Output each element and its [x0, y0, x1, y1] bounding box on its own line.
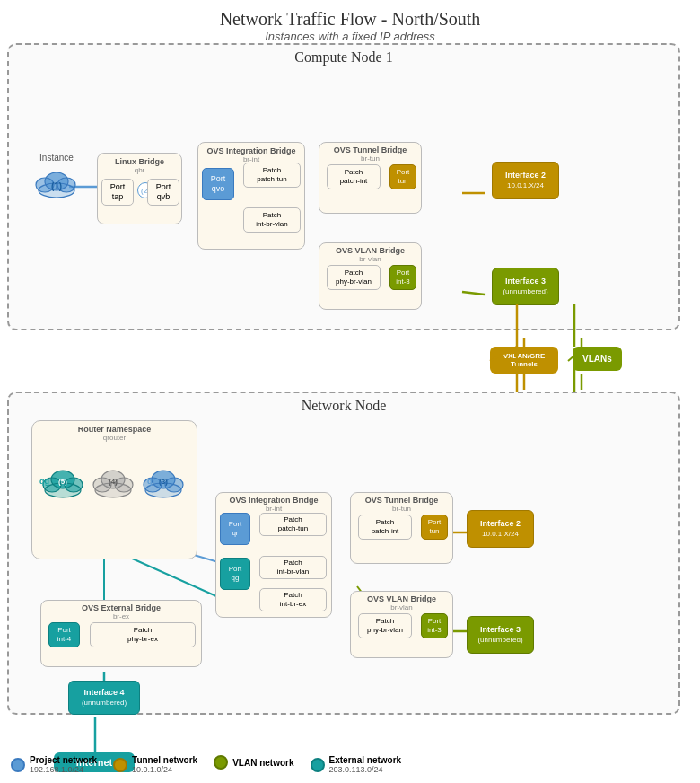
legend-external-label: External network	[329, 755, 402, 765]
patch-tun-nn: Patch patch-tun	[259, 513, 327, 536]
ovs-vlan-label-nn: OVS VLAN Bridge	[351, 592, 452, 603]
port-int4: Portint-4	[48, 622, 80, 647]
legend-tunnel-label: Tunnel network	[132, 755, 197, 765]
interface2-compute: Interface 2 10.0.1.X/24	[492, 162, 559, 199]
ovs-vlan-label: OVS VLAN Bridge	[319, 243, 421, 255]
legend-tunnel: Tunnel network 10.0.1.0/24	[113, 755, 197, 774]
tunnel-color-circle	[113, 758, 127, 772]
main-title: Network Traffic Flow - North/South	[0, 9, 700, 30]
patch-int-br-ex-nn: Patch int-br-ex	[259, 588, 327, 611]
legend-project-sub: 192.168.1.0/24	[30, 765, 97, 774]
ovs-tun-bridge-nn: OVS Tunnel Bridge br-tun Patch patch-int…	[350, 492, 453, 564]
legend: Project network 192.168.1.0/24 Tunnel ne…	[11, 755, 401, 774]
ovs-int-bridge-nn: OVS Integration Bridge br-int Portqr Pat…	[215, 492, 332, 618]
ovs-ext-label: OVS External Bridge	[41, 601, 201, 612]
legend-external: External network 203.0.113.0/24	[311, 755, 402, 774]
patch-int-compute: Patch patch-int	[327, 164, 381, 189]
interface4-nn: Interface 4 (unnumbered)	[68, 681, 140, 715]
ovs-int-sub-nn: br-int	[216, 505, 331, 513]
legend-project-label: Project network	[30, 755, 97, 765]
interface3-nn: Interface 3 (unnumbered)	[467, 616, 534, 654]
port-qg: Portqg	[220, 558, 250, 590]
compute-node-section: Compute Node 1 Instance	[7, 43, 680, 330]
port-qvb: Port qvb	[147, 179, 179, 206]
vxlan-box: VXLAN/GRE Tunnels	[490, 347, 558, 374]
port-qvo: Portqvo	[202, 168, 234, 200]
legend-tunnel-sub: 10.0.1.0/24	[132, 765, 197, 774]
vlan-color-circle	[214, 755, 228, 770]
instance-box: Instance (1)	[25, 153, 88, 201]
svg-text:(3): (3)	[159, 478, 168, 486]
interface2-nn: Interface 2 10.0.1.X/24	[467, 510, 534, 548]
subtitle: Instances with a fixed IP address	[0, 30, 700, 43]
router-namespace-box: Router Namespace qrouter (5) qg	[31, 420, 197, 559]
patch-tun-compute: Patch patch-tun	[243, 163, 301, 188]
legend-vlan-label: VLAN network	[232, 758, 293, 768]
ovs-int-label-nn: OVS Integration Bridge	[216, 493, 331, 505]
vlans-box: VLANs	[573, 347, 622, 371]
port-int3-nn: Portint-3	[421, 613, 448, 638]
ovs-tun-bridge-compute: OVS Tunnel Bridge br-tun Patch patch-int…	[319, 142, 422, 214]
ovs-vlan-sub: br-vlan	[319, 255, 421, 263]
instance-label: Instance	[25, 153, 88, 163]
ovs-tun-sub: br-tun	[319, 154, 421, 163]
router-ns-sub: qrouter	[32, 434, 197, 442]
external-color-circle	[311, 758, 325, 772]
project-color-circle	[11, 758, 25, 772]
patch-int-br-vlan-compute: Patch int-br-vlan	[243, 207, 301, 233]
legend-external-sub: 203.0.113.0/24	[329, 765, 402, 774]
linux-bridge-label: Linux Bridge	[98, 154, 181, 166]
ovs-vlan-bridge-compute: OVS VLAN Bridge br-vlan Patch phy-br-vla…	[319, 242, 422, 310]
port-tap: Port tap	[101, 179, 134, 206]
patch-phy-br-vlan-compute: Patch phy-br-vlan	[327, 265, 381, 290]
interface3-compute: Interface 3 (unnumbered)	[492, 268, 559, 305]
ovs-tun-sub-nn: br-tun	[351, 505, 452, 513]
page-title: Network Traffic Flow - North/South Insta…	[0, 0, 700, 43]
ovs-int-bridge-compute: OVS Integration Bridge br-int Portqvo Pa…	[197, 142, 305, 250]
patch-phy-br-vlan-nn: Patch phy-br-vlan	[358, 613, 412, 638]
legend-vlan: VLAN network	[214, 755, 293, 770]
port-qr: Portqr	[220, 513, 250, 545]
ovs-int-label: OVS Integration Bridge	[198, 143, 304, 155]
router-ns-label: Router Namespace	[32, 421, 197, 434]
ovs-tun-label: OVS Tunnel Bridge	[319, 143, 421, 154]
ovs-vlan-sub-nn: br-vlan	[351, 603, 452, 611]
svg-text:(5): (5)	[58, 478, 67, 486]
port-int3-compute: Portint-3	[389, 265, 416, 290]
linux-bridge-sub: qbr	[98, 166, 181, 174]
port-tun-nn: Porttun	[421, 515, 448, 540]
legend-project: Project network 192.168.1.0/24	[11, 755, 97, 774]
instance-cloud-icon: (1)	[34, 165, 79, 199]
svg-text:(1): (1)	[51, 181, 62, 191]
linux-bridge-box: Linux Bridge qbr Port tap (2) Port qvb	[97, 153, 182, 224]
q4-cloud-icon: (4)	[90, 462, 136, 499]
network-node-title: Network Node	[9, 393, 678, 414]
patch-phy-br-ex: Patch phy-br-ex	[90, 622, 196, 647]
compute-node-title: Compute Node 1	[9, 45, 678, 66]
svg-line-8	[462, 292, 485, 295]
port-tun-compute: Porttun	[389, 164, 416, 189]
patch-int-nn: Patch patch-int	[358, 515, 412, 540]
patch-int-br-vlan-nn: Patch int-br-vlan	[259, 556, 327, 579]
network-node-section: Network Node	[7, 392, 680, 715]
ovs-ext-bridge-nn: OVS External Bridge br-ex Portint-4 Patc…	[40, 600, 202, 667]
middle-section: VXLAN/GRE Tunnels VLANs	[7, 338, 680, 390]
ovs-vlan-bridge-nn: OVS VLAN Bridge br-vlan Patch phy-br-vla…	[350, 591, 453, 658]
ovs-ext-sub: br-ex	[41, 612, 201, 620]
svg-text:(4): (4)	[109, 478, 118, 486]
ovs-tun-label-nn: OVS Tunnel Bridge	[351, 493, 452, 505]
